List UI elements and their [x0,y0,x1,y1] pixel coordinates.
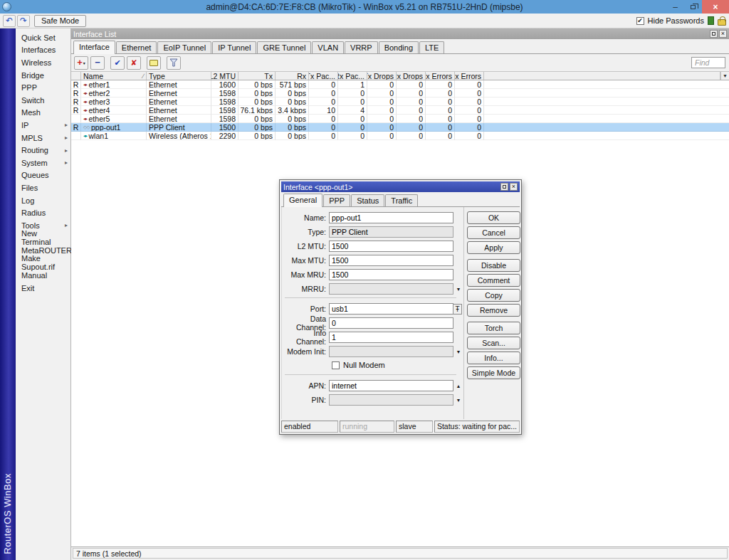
table-row[interactable]: R ◂▸ether4 Ethernet 1598 76.1 kbps 3.4 k… [71,106,729,115]
null-modem-checkbox[interactable] [332,361,340,369]
sidebar-item[interactable]: Bridge [16,69,70,82]
field-input[interactable] [329,283,453,295]
dialog-button[interactable]: OK [467,211,520,224]
column-select-dropdown[interactable]: ▼ [720,72,729,80]
dialog-button[interactable]: Copy [467,289,520,302]
dialog-tab[interactable]: General [283,194,322,207]
sidebar-item[interactable]: Mesh [16,107,70,120]
dialog-tab[interactable]: Status [351,194,384,206]
dialog-button[interactable]: Torch [467,322,520,334]
tab[interactable]: VLAN [312,41,344,53]
dropdown-arrow-icon[interactable]: ▼ [453,349,463,354]
dialog-maximize-button[interactable] [500,183,508,191]
column-header-tx-packets[interactable]: Tx Pac... [309,72,338,80]
sidebar-item[interactable]: Wireless [16,56,70,69]
table-row[interactable]: R ◂▸ether3 Ethernet 1598 0 bps 0 bps 0 0… [71,97,729,106]
sidebar-item[interactable]: Exit [16,282,70,295]
redo-button[interactable]: ↷ [17,15,30,27]
column-header-name[interactable]: Name∕ [81,72,147,80]
field-input[interactable] [329,317,453,329]
minimize-button[interactable]: – [666,0,684,14]
interface-list-titlebar[interactable]: Interface List × [71,28,729,39]
add-button[interactable]: + ▾ [74,56,88,70]
remove-button[interactable]: − [90,56,105,70]
comment-button[interactable] [147,56,161,70]
dialog-button[interactable]: Apply [467,241,520,254]
sidebar-item[interactable]: Log [16,194,70,207]
tab[interactable]: EoIP Tunnel [157,41,211,53]
column-header-tx[interactable]: Tx [238,72,276,80]
table-row[interactable]: ◂▸ether5 Ethernet 1598 0 bps 0 bps 0 0 0… [71,115,729,123]
dialog-button[interactable]: Disable [467,259,520,272]
tab[interactable]: VRRP [345,41,378,53]
dialog-button[interactable]: Cancel [467,226,520,239]
column-header-rx-drops[interactable]: Rx Drops [397,72,426,80]
column-header-l2mtu[interactable]: L2 MTU [211,72,238,80]
field-input[interactable] [329,269,453,280]
column-header-tx-drops[interactable]: Tx Drops [367,72,397,80]
hide-passwords-checkbox[interactable]: ✔ [636,17,644,25]
field-input[interactable] [329,394,453,406]
field-input[interactable] [329,212,453,223]
sidebar-item[interactable]: Routing ▸ [16,144,70,157]
tab[interactable]: Bonding [379,41,419,53]
sidebar-item[interactable]: Radius [16,206,70,219]
dialog-tab[interactable]: Traffic [385,194,418,206]
dialog-tab[interactable]: PPP [323,194,350,206]
enable-button[interactable]: ✔ [110,56,125,70]
table-row[interactable]: R ◇◇ppp-out1 PPP Client 1500 0 bps 0 bps… [71,123,729,132]
table-row[interactable]: ◂▸wlan1 Wireless (Atheros 11N) 2290 0 bp… [71,132,729,140]
field-input[interactable] [329,303,453,315]
window-close-button[interactable]: × [719,30,727,38]
dropdown-arrow-icon[interactable]: ▼ [453,398,463,403]
field-input[interactable] [329,255,453,266]
sidebar-item[interactable]: New Terminal [16,232,70,245]
tab[interactable]: IP Tunnel [212,41,256,53]
dialog-button[interactable]: Simple Mode [467,366,520,379]
undo-button[interactable]: ↶ [3,15,16,27]
dialog-button[interactable]: Remove [467,304,520,317]
table-row[interactable]: R ◂▸ether2 Ethernet 1598 0 bps 0 bps 0 0… [71,89,729,97]
close-button[interactable]: × [702,0,729,14]
safe-mode-button[interactable]: Safe Mode [34,15,86,27]
tab[interactable]: LTE [419,41,444,53]
restore-button[interactable] [684,0,702,14]
field-input[interactable] [329,332,453,343]
find-input[interactable] [691,57,725,68]
sidebar-item[interactable]: IP ▸ [16,119,70,132]
column-header-flag[interactable] [71,72,81,80]
sidebar-item[interactable]: Quick Set [16,31,70,44]
column-header-rx-packets[interactable]: Rx Pac... [338,72,367,80]
column-header-type[interactable]: Type [147,72,211,80]
tab[interactable]: GRE Tunnel [257,41,311,53]
sidebar-item[interactable]: Interfaces [16,44,70,57]
sidebar-item[interactable]: Files [16,181,70,194]
dialog-button[interactable]: Scan... [467,337,520,349]
column-header-rx-errors[interactable]: Rx Errors [455,72,484,80]
sidebar-item[interactable]: PPP [16,81,70,94]
field-input[interactable] [329,241,453,252]
filter-button[interactable] [167,56,181,70]
disable-button[interactable]: ✘ [127,56,141,70]
dialog-button[interactable]: Comment [467,274,520,287]
dialog-close-button[interactable]: × [510,183,518,191]
field-input[interactable] [329,380,453,391]
dropdown-arrow-icon[interactable]: Ŧ [453,304,462,315]
dropdown-arrow-icon[interactable]: ▲ [453,384,463,389]
sidebar-item[interactable]: Switch [16,94,70,107]
sidebar-item[interactable]: Queues [16,169,70,182]
window-restore-button[interactable] [710,30,718,38]
dialog-titlebar[interactable]: Interface <ppp-out1> × [281,181,520,192]
tab[interactable]: Ethernet [116,41,157,53]
sidebar-item[interactable]: Make Supout.rif [16,257,70,270]
sidebar-item[interactable]: System ▸ [16,157,70,169]
field-input[interactable] [329,226,453,238]
dropdown-arrow-icon[interactable]: ▼ [453,287,463,292]
sidebar-item[interactable]: MPLS ▸ [16,132,70,144]
tab[interactable]: Interface [73,41,115,54]
column-header-rx[interactable]: Rx [276,72,309,80]
field-input[interactable] [329,346,453,357]
dialog-button[interactable]: Info... [467,352,520,364]
table-row[interactable]: R ◂▸ether1 Ethernet 1600 0 bps 571 bps 0… [71,80,729,89]
column-header-tx-errors[interactable]: Tx Errors [426,72,455,80]
